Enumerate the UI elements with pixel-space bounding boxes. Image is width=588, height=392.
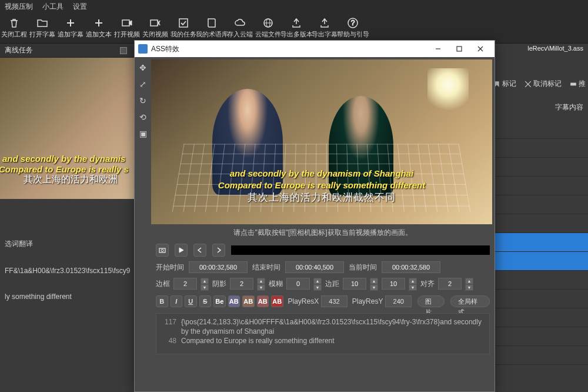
toolbar-cloud[interactable]: 存入云端 [226, 13, 254, 43]
left-panel: 离线任务 and secondly by the dynamis Compare… [0, 44, 135, 392]
border-spin[interactable]: ▲▼ [201, 278, 209, 290]
image-button[interactable]: 图片 [417, 295, 445, 307]
file-path: leRecv\Millot_3.ass [523, 44, 588, 55]
term-translate-label: 选词翻译 [5, 239, 131, 249]
bg-subtitle-line1: and secondly by the dynamis [2, 154, 125, 164]
video-preview[interactable]: and secondly by the dynamism of Shanghai… [151, 59, 492, 224]
toolbar-trash[interactable]: 关闭工程 [0, 13, 28, 43]
bold-button[interactable]: B [156, 295, 168, 307]
next-button[interactable] [212, 244, 225, 257]
toolbar-plus[interactable]: 追加字幕 [56, 13, 85, 43]
vertical-toolbar: ✥ ⤢ ↻ ⟲ ▣ [135, 57, 151, 391]
line-number: 48 [160, 336, 176, 346]
menu-tools[interactable]: 小工具 [42, 2, 64, 12]
tool-zoom-icon[interactable]: ⤢ [137, 78, 149, 90]
svg-rect-6 [151, 20, 158, 26]
blur-input[interactable]: 0 [286, 278, 310, 290]
code-line[interactable]: Compared to Europe is really something d… [181, 336, 486, 346]
tool-crop-icon[interactable]: ▣ [137, 128, 149, 139]
svg-point-25 [161, 250, 163, 252]
border-input[interactable]: 2 [173, 278, 197, 290]
dialog-title: ASS特效 [151, 44, 427, 54]
toolbar-export[interactable]: 导出字幕 [310, 13, 339, 43]
toolbar-export[interactable]: 导出多版本 [282, 13, 310, 43]
close-button[interactable] [470, 41, 491, 57]
be-button[interactable]: Be [213, 295, 226, 307]
top-menu: 视频压制 小工具 设置 [0, 0, 588, 13]
align-input[interactable]: 2 [438, 278, 462, 290]
toolbar-book[interactable]: 我的术语库 [198, 13, 226, 43]
shadow-input[interactable]: 2 [230, 278, 253, 290]
toolbar-check[interactable]: 我的任务 [169, 13, 198, 43]
color2-button[interactable]: AB [242, 295, 255, 307]
minimize-button[interactable] [427, 41, 449, 57]
checkbox[interactable] [120, 47, 127, 54]
unmark-btn[interactable]: 取消标记 [524, 79, 562, 89]
mark-btn[interactable]: 标记 [493, 79, 516, 89]
current-time-label: 当前时间 [349, 263, 377, 273]
toolbar-video[interactable]: 打开视频 [113, 13, 141, 43]
underline-button[interactable]: U [185, 295, 197, 307]
toolbar-folder[interactable]: 打开字幕 [28, 13, 56, 43]
global-style-button[interactable]: 全局样式 [450, 295, 490, 307]
playresx-label: PlayResX [288, 297, 319, 305]
tool-reset-icon[interactable]: ⟲ [137, 111, 149, 123]
main-toolbar: 关闭工程打开字幕追加字幕追加文本打开视频关闭视频我的任务我的术语库存入云端云端文… [0, 13, 588, 44]
dialog-icon [138, 44, 148, 54]
shadow-label: 阴影 [212, 279, 226, 289]
toolbar-plus[interactable]: 追加文本 [85, 13, 113, 43]
tool-rotate-icon[interactable]: ↻ [137, 95, 149, 107]
dialog-titlebar[interactable]: ASS特效 [135, 41, 495, 57]
capture-hint: 请点击"截取按钮"[照相机图标]获取当前视频播放的画面。 [151, 224, 495, 241]
margin-r-input[interactable]: 10 [382, 278, 405, 290]
blur-label: 模糊 [269, 279, 283, 289]
blur-spin[interactable]: ▲▼ [313, 278, 322, 290]
line-number: 117 [160, 317, 176, 336]
ass-code-area[interactable]: 117{\pos(214.2,183.3)\c&H00FFFF&\1a&H00&… [156, 313, 490, 354]
menu-settings[interactable]: 设置 [73, 2, 87, 12]
text-fragment: ly something different [5, 293, 131, 301]
bg-subtitle-line2: Compared to Europe is really s [0, 164, 129, 174]
color1-button[interactable]: AB [228, 295, 240, 307]
border-label: 边框 [156, 279, 170, 289]
bg-subtitle-line3: 其次上海的活力和欧洲 [24, 174, 118, 186]
svg-marker-5 [129, 21, 132, 25]
subtitle-content-header: 字幕内容 [555, 102, 583, 112]
ass-code-fragment: FF&\1a&H00&\frz3.01523\fscx115\fscy9 [5, 267, 131, 275]
ass-effects-dialog: ASS特效 ✥ ⤢ ↻ ⟲ ▣ and secondly by the dyna… [134, 40, 495, 392]
menu-video[interactable]: 视频压制 [5, 2, 33, 12]
toolbar-earth[interactable]: 云端文件 [254, 13, 282, 43]
shadow-spin[interactable]: ▲▼ [257, 278, 265, 290]
svg-rect-21 [457, 46, 462, 51]
seek-bar[interactable] [231, 245, 490, 255]
toolbar-help[interactable]: ?帮助与引导 [339, 13, 367, 43]
play-button[interactable] [175, 244, 188, 257]
italic-button[interactable]: I [171, 295, 183, 307]
margin-label: 边距 [325, 279, 339, 289]
strike-button[interactable]: S [199, 295, 212, 307]
color4-button[interactable]: AB [271, 295, 283, 307]
playresy-input[interactable]: 240 [385, 295, 412, 307]
margin-l-input[interactable]: 10 [343, 278, 366, 290]
preview-subtitle-3: 其次上海的活力和欧洲截然不同 [248, 191, 396, 204]
playresy-label: PlayResY [352, 297, 383, 305]
code-line[interactable]: {\pos(214.2,183.3)\c&H00FFFF&\1a&H00&\fr… [181, 317, 486, 336]
prev-button[interactable] [193, 244, 206, 257]
push-btn[interactable]: 推 [570, 79, 586, 89]
svg-marker-16 [495, 81, 499, 87]
preview-subtitle-2: Compared to Europe is really something d… [218, 180, 425, 190]
toolbar-video-x[interactable]: 关闭视频 [141, 13, 169, 43]
start-time-input[interactable]: 00:00:32,580 [189, 261, 248, 273]
color3-button[interactable]: AB [257, 295, 269, 307]
svg-rect-19 [570, 82, 576, 85]
start-time-label: 开始时间 [156, 263, 184, 273]
svg-rect-4 [122, 20, 129, 26]
maximize-button[interactable] [449, 41, 470, 57]
offline-tasks-tab[interactable]: 离线任务 [5, 45, 33, 55]
playresx-input[interactable]: 432 [321, 295, 348, 307]
background-video-thumb: and secondly by the dynamis Compared to … [0, 58, 135, 199]
end-time-input[interactable]: 00:00:40,500 [285, 261, 344, 273]
tool-move-icon[interactable]: ✥ [137, 62, 149, 74]
current-time-input[interactable]: 00:00:32,580 [382, 261, 440, 273]
capture-button[interactable] [156, 244, 169, 257]
